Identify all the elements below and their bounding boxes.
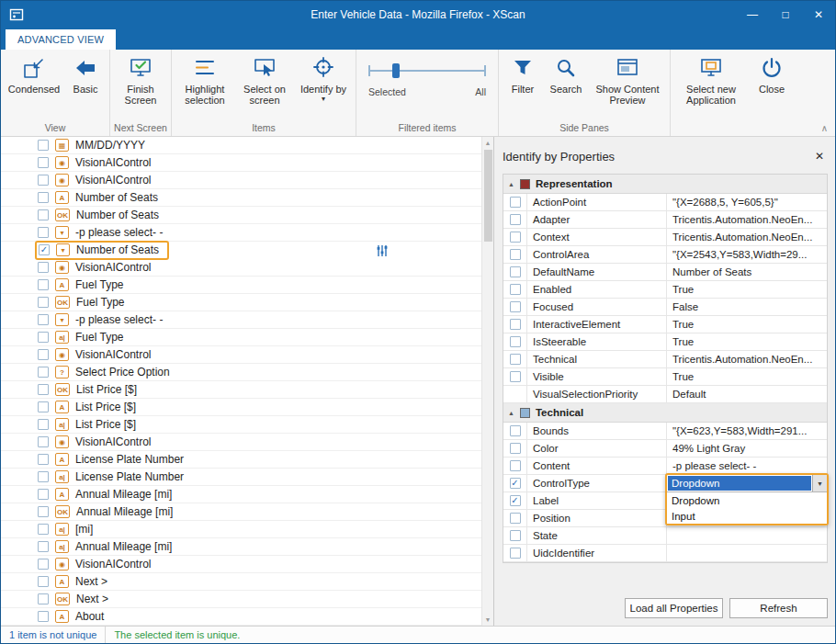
- tree-row[interactable]: a|[mi]: [1, 521, 481, 538]
- property-checkbox[interactable]: [510, 301, 521, 312]
- property-row[interactable]: IsSteerableTrue: [503, 333, 827, 351]
- dropdown-option[interactable]: Input: [667, 508, 827, 524]
- tab-advanced-view[interactable]: ADVANCED VIEW: [6, 29, 116, 50]
- scroll-up-arrow[interactable]: [482, 137, 493, 149]
- property-row[interactable]: VisibleTrue: [503, 368, 827, 386]
- select-on-screen-button[interactable]: Select on screen: [235, 51, 294, 108]
- checkbox[interactable]: [38, 576, 49, 587]
- tree-scrollbar[interactable]: [481, 137, 493, 626]
- property-checkbox[interactable]: [510, 513, 521, 524]
- checkbox[interactable]: [38, 419, 49, 430]
- tree-row[interactable]: ◉VisionAIControl: [1, 556, 481, 573]
- checkbox[interactable]: [38, 314, 49, 325]
- property-checkbox-checked[interactable]: [510, 478, 521, 489]
- checkbox[interactable]: [38, 454, 49, 465]
- finish-screen-button[interactable]: Finish Screen: [113, 51, 168, 108]
- collapse-ribbon-chevron[interactable]: ∧: [821, 123, 828, 133]
- property-checkbox[interactable]: [510, 249, 521, 260]
- property-row[interactable]: DefaultNameNumber of Seats: [503, 264, 827, 281]
- property-checkbox[interactable]: [510, 266, 521, 277]
- dropdown-option[interactable]: Dropdown: [667, 492, 827, 508]
- checkbox[interactable]: [38, 157, 49, 168]
- property-row[interactable]: VisualSelectionPriorityDefault: [503, 386, 827, 403]
- tree-row[interactable]: AFuel Type: [1, 277, 481, 294]
- tree-row[interactable]: ▾-p please select- -: [1, 311, 481, 329]
- checkbox[interactable]: [38, 593, 49, 604]
- checkbox[interactable]: [38, 436, 49, 447]
- tree-row[interactable]: AAnnual Mileage [mi]: [1, 486, 481, 503]
- tree-row[interactable]: ◉VisionAIControl: [1, 154, 481, 172]
- tree-row[interactable]: ▾-p please select- -: [1, 224, 481, 242]
- slider-handle[interactable]: [392, 63, 400, 78]
- checkbox-checked[interactable]: [39, 244, 50, 255]
- tree-row[interactable]: ?Select Price Option: [1, 364, 481, 381]
- tree-row[interactable]: AAbout: [1, 608, 481, 626]
- load-all-properties-button[interactable]: Load all Properties: [625, 598, 723, 618]
- property-row[interactable]: TechnicalTricentis.Automation.NeoEn...: [503, 351, 827, 368]
- checkbox[interactable]: [38, 559, 49, 570]
- checkbox[interactable]: [38, 367, 49, 378]
- tree-row[interactable]: OKNumber of Seats: [1, 207, 481, 224]
- maximize-button[interactable]: □: [769, 1, 802, 28]
- property-row[interactable]: InteractiveElementTrue: [503, 316, 827, 333]
- filtered-items-slider[interactable]: [368, 62, 486, 79]
- show-content-preview-button[interactable]: Show Content Preview: [588, 51, 667, 108]
- minimize-button[interactable]: —: [736, 1, 769, 28]
- tree-row[interactable]: ALicense Plate Number: [1, 451, 481, 469]
- tree-row[interactable]: AList Price [$]: [1, 399, 481, 416]
- tree-row[interactable]: OKFuel Type: [1, 294, 481, 311]
- checkbox[interactable]: [38, 506, 49, 517]
- filter-button[interactable]: Filter: [502, 51, 544, 97]
- checkbox[interactable]: [38, 175, 49, 186]
- property-checkbox[interactable]: [510, 319, 521, 330]
- checkbox[interactable]: [38, 489, 49, 500]
- refresh-button[interactable]: Refresh: [729, 598, 828, 618]
- checkbox[interactable]: [38, 279, 49, 290]
- property-checkbox[interactable]: [510, 530, 521, 541]
- checkbox[interactable]: [38, 384, 49, 395]
- panel-close-icon[interactable]: ✕: [811, 150, 828, 163]
- tree-row[interactable]: OKList Price [$]: [1, 381, 481, 399]
- search-button[interactable]: Search: [544, 51, 588, 97]
- tree-row[interactable]: OKNext >: [1, 591, 481, 608]
- dropdown-arrow-icon[interactable]: ▼: [812, 475, 827, 491]
- scrollbar-thumb[interactable]: [484, 150, 492, 242]
- checkbox[interactable]: [38, 227, 49, 238]
- dropdown-selected-value[interactable]: Dropdown: [668, 476, 811, 491]
- property-row[interactable]: ControlArea"{X=2543,Y=583,Width=29...: [503, 246, 827, 264]
- checkbox[interactable]: [38, 332, 49, 343]
- identify-by-button[interactable]: Identify by ▾: [294, 51, 353, 105]
- checkbox[interactable]: [38, 401, 49, 412]
- property-checkbox[interactable]: [510, 284, 521, 295]
- property-checkbox[interactable]: [510, 443, 521, 454]
- section-technical[interactable]: Technical: [503, 403, 827, 423]
- property-checkbox[interactable]: [510, 232, 521, 243]
- basic-button[interactable]: Basic: [64, 51, 107, 97]
- tree-row[interactable]: OKAnnual Mileage [mi]: [1, 503, 481, 521]
- checkbox[interactable]: [38, 541, 49, 552]
- checkbox[interactable]: [38, 611, 49, 622]
- property-checkbox[interactable]: [510, 214, 521, 225]
- checkbox[interactable]: [38, 262, 49, 273]
- tree-row[interactable]: ◉VisionAIControl: [1, 172, 481, 189]
- checkbox[interactable]: [38, 140, 49, 151]
- property-row[interactable]: State: [503, 527, 827, 545]
- tree-row[interactable]: ▦MM/DD/YYYY: [1, 137, 481, 154]
- tree-row[interactable]: ◉VisionAIControl: [1, 434, 481, 451]
- tree-row-selected[interactable]: ▾Number of Seats: [1, 242, 481, 259]
- property-row[interactable]: ActionPoint"{X=2688,5, Y=605,5}": [503, 194, 827, 211]
- property-checkbox[interactable]: [510, 460, 521, 471]
- dropdown-combobox[interactable]: Dropdown ▼: [667, 475, 827, 492]
- tree-row[interactable]: a|License Plate Number: [1, 469, 481, 486]
- property-checkbox[interactable]: [510, 336, 521, 347]
- condensed-button[interactable]: Condensed: [4, 51, 64, 97]
- property-row[interactable]: EnabledTrue: [503, 281, 827, 299]
- property-row[interactable]: FocusedFalse: [503, 299, 827, 316]
- property-checkbox[interactable]: [510, 197, 521, 208]
- property-row[interactable]: AdapterTricentis.Automation.NeoEn...: [503, 211, 827, 229]
- checkbox[interactable]: [38, 524, 49, 535]
- property-row[interactable]: Color49% Light Gray: [503, 440, 827, 458]
- tree-row[interactable]: a|List Price [$]: [1, 416, 481, 434]
- checkbox[interactable]: [38, 192, 49, 203]
- tree-row[interactable]: a|Annual Mileage [mi]: [1, 538, 481, 556]
